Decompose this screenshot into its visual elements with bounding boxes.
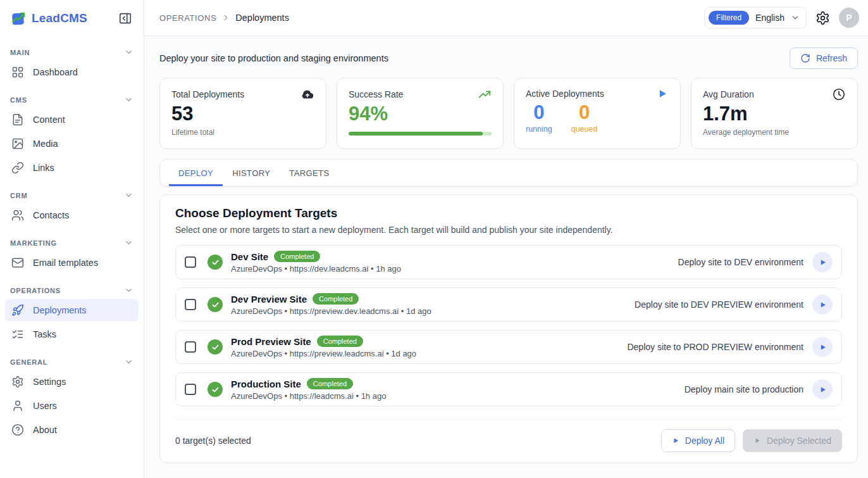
section-label: MARKETING [10,239,57,247]
stat-value: 53 [171,103,314,125]
target-meta: AzureDevOps • https://preview.dev.leadcm… [231,306,627,316]
stat-cards: Total Deployments 53 Lifetime total Succ… [159,78,858,149]
sidebar-item-users[interactable]: Users [5,394,139,417]
stat-title: Active Deployments [526,89,604,99]
target-checkbox[interactable] [185,256,196,268]
sidebar-item-media[interactable]: Media [5,132,139,155]
collapse-sidebar-button[interactable] [116,9,135,28]
success-progress-track [349,132,492,135]
page-description: Deploy your site to production and stagi… [159,53,388,63]
sidebar-section-operations: OPERATIONS Deployments Tasks [0,283,144,346]
sidebar-item-about[interactable]: About [5,418,139,441]
section-label: CMS [10,96,27,104]
sidebar-item-label: Content [33,115,65,125]
target-meta: AzureDevOps • https://leadcms.ai • 1h ag… [231,391,677,401]
deploy-target-play-button[interactable] [812,337,833,357]
language-selector[interactable]: Filtered English [704,7,807,28]
section-header-general[interactable]: GENERAL [0,355,144,369]
target-meta: AzureDevOps • https://dev.leadcms.ai • 1… [231,264,671,274]
deploy-all-button[interactable]: Deploy All [661,429,735,452]
language-value: English [755,13,784,23]
deploy-target-play-button[interactable] [812,252,833,272]
target-name: Prod Preview Site [231,336,311,347]
play-icon [753,437,761,444]
target-checkbox[interactable] [185,299,196,310]
refresh-button[interactable]: Refresh [790,47,858,69]
section-header-operations[interactable]: OPERATIONS [0,283,144,298]
sidebar-item-label: Contacts [33,210,69,220]
play-icon [656,87,669,100]
stat-card-success-rate: Success Rate 94% [337,78,504,149]
sidebar-item-label: Email templates [33,258,98,268]
stat-value: 94% [349,103,492,125]
sidebar-item-settings[interactable]: Settings [5,370,139,393]
link-icon [11,161,24,174]
deploy-target-play-button[interactable] [812,294,833,315]
gear-icon [815,11,830,25]
sidebar-section-cms: CMS Content Media Links [0,92,144,179]
cloud-upload-icon [301,87,314,101]
sidebar-item-email-templates[interactable]: Email templates [5,251,139,274]
app-logo[interactable]: LeadCMS [10,10,87,27]
deploy-selected-button[interactable]: Deploy Selected [743,429,842,452]
deploy-selected-label: Deploy Selected [767,436,831,446]
sidebar-item-label: Media [33,139,58,149]
section-header-cms[interactable]: CMS [0,92,144,107]
stat-card-total-deployments: Total Deployments 53 Lifetime total [159,78,326,149]
chevron-down-icon [124,95,133,104]
sidebar-item-tasks[interactable]: Tasks [5,323,139,346]
target-action-text: Deploy site to DEV environment [678,257,803,267]
deploy-target-play-button[interactable] [812,379,833,399]
target-row-dev-preview-site: Dev Preview Site Completed AzureDevOps •… [175,287,842,322]
selected-count-text: 0 target(s) selected [175,436,251,446]
trending-up-icon [478,87,492,101]
sidebar-item-label: Settings [33,377,66,387]
check-circle-icon [208,297,223,312]
sidebar-item-links[interactable]: Links [5,156,139,179]
section-header-main[interactable]: MAIN [0,45,144,60]
target-checkbox[interactable] [185,384,196,395]
page-content: Deploy your site to production and stagi… [144,36,868,463]
tab-history[interactable]: HISTORY [223,160,280,186]
target-name: Dev Site [231,251,268,262]
dashboard-grid-icon [11,66,24,79]
main-area: OPERATIONS Deployments Filtered English … [144,0,868,478]
target-meta: AzureDevOps • https://preview.leadcms.ai… [231,349,619,358]
section-header-marketing[interactable]: MARKETING [0,236,144,250]
sidebar-item-label: Dashboard [33,67,78,77]
clock-icon [832,87,846,101]
deploy-all-label: Deploy All [685,436,724,446]
tabs-bar: DEPLOY HISTORY TARGETS [159,159,858,187]
tab-deploy[interactable]: DEPLOY [169,160,223,186]
sidebar-item-contacts[interactable]: Contacts [5,204,139,227]
sidebar-item-label: Links [33,163,54,173]
panel-left-collapse-icon [118,11,132,25]
sidebar-header: LeadCMS [0,0,144,36]
queued-stat: 0 queued [571,101,598,134]
target-row-prod-preview-site: Prod Preview Site Completed AzureDevOps … [175,330,842,364]
section-header-crm[interactable]: CRM [0,188,144,203]
sidebar-section-marketing: MARKETING Email templates [0,236,144,274]
tab-targets[interactable]: TARGETS [280,160,338,186]
check-circle-icon [208,255,223,270]
target-action-text: Deploy main site to production [685,384,803,394]
play-icon [672,437,679,444]
sidebar-item-content[interactable]: Content [5,108,139,131]
breadcrumb-section[interactable]: OPERATIONS [159,13,216,23]
settings-button[interactable] [815,11,830,25]
target-checkbox[interactable] [185,341,196,353]
filtered-badge[interactable]: Filtered [709,11,749,25]
chevron-down-icon [124,191,133,200]
target-name: Dev Preview Site [231,294,307,305]
sidebar-item-deployments[interactable]: Deployments [5,299,139,322]
avatar[interactable]: P [839,8,859,28]
breadcrumb: OPERATIONS Deployments [159,13,289,23]
sidebar-item-label: About [33,425,57,435]
logo-chart-icon [10,10,27,27]
refresh-label: Refresh [816,53,847,63]
status-badge: Completed [307,378,353,389]
document-icon [11,113,24,126]
sidebar-item-dashboard[interactable]: Dashboard [5,61,139,84]
stat-value: 1.7m [703,103,846,125]
target-row-production-site: Production Site Completed AzureDevOps • … [175,372,842,406]
